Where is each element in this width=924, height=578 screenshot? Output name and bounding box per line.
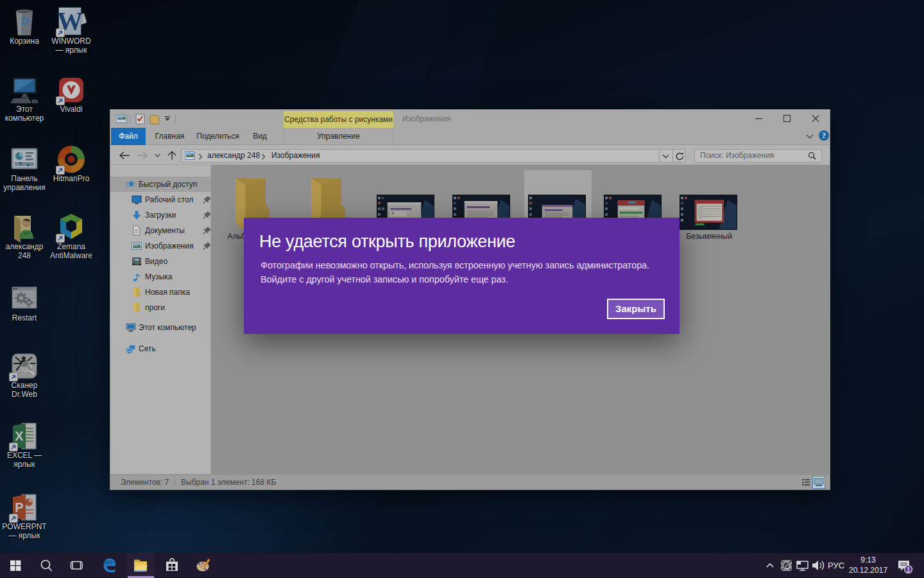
svg-text:1: 1 — [907, 566, 911, 574]
svg-text:P: P — [15, 500, 23, 514]
svg-text:X: X — [15, 429, 24, 443]
svg-text:?: ? — [822, 131, 826, 140]
